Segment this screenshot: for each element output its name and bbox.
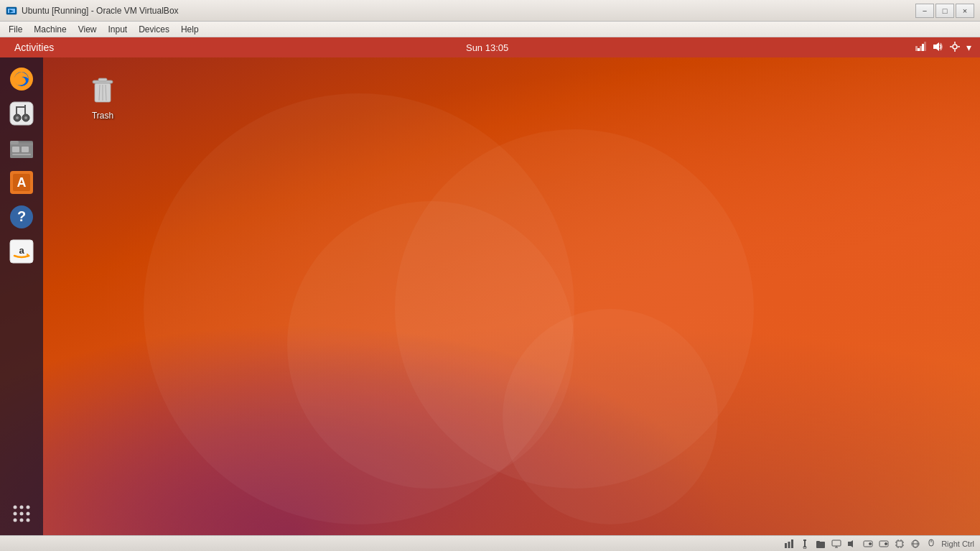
- svg-rect-4: [915, 46, 918, 51]
- svg-rect-7: [924, 42, 926, 51]
- menu-view[interactable]: View: [73, 23, 103, 36]
- svg-point-43: [14, 519, 17, 522]
- statusbar-network-icon[interactable]: [783, 538, 795, 550]
- svg-rect-47: [98, 78, 107, 81]
- svg-point-42: [27, 512, 30, 516]
- svg-rect-21: [16, 106, 17, 115]
- topbar-right: ▾: [915, 41, 971, 55]
- menu-help[interactable]: Help: [175, 23, 205, 36]
- vbox-icon: [6, 5, 17, 17]
- sidebar-app-files[interactable]: [6, 132, 37, 164]
- vm-content: Activities Sun 13:05: [0, 37, 980, 535]
- svg-point-67: [885, 542, 887, 545]
- network-icon[interactable]: [915, 41, 926, 55]
- statusbar-hdd2-icon[interactable]: [878, 538, 890, 550]
- trash-image: [85, 73, 120, 108]
- svg-rect-54: [791, 540, 793, 548]
- statusbar-mouse-icon[interactable]: [925, 538, 937, 550]
- trash-icon[interactable]: Trash: [83, 70, 123, 124]
- svg-point-44: [20, 519, 24, 522]
- system-icon[interactable]: [949, 41, 961, 55]
- svg-point-40: [14, 512, 17, 516]
- sidebar-app-rhythmbox[interactable]: [6, 98, 37, 129]
- menubar: File Machine View Input Devices Help: [0, 22, 980, 37]
- svg-point-65: [869, 542, 872, 545]
- statusbar-shared-folders-icon[interactable]: [815, 538, 826, 550]
- titlebar: Ubuntu [Running] - Oracle VM VirtualBox …: [0, 0, 980, 22]
- svg-marker-63: [848, 540, 853, 547]
- svg-rect-5: [920, 46, 922, 51]
- minimize-button[interactable]: −: [915, 4, 934, 18]
- desktop-icons-area: Trash: [43, 57, 980, 535]
- svg-text:a: a: [19, 245, 24, 256]
- svg-rect-52: [785, 543, 787, 548]
- svg-rect-68: [897, 541, 902, 547]
- svg-point-38: [20, 506, 24, 509]
- menu-file[interactable]: File: [3, 23, 28, 36]
- close-button[interactable]: ×: [956, 4, 974, 18]
- svg-rect-26: [10, 141, 19, 144]
- svg-rect-6: [922, 44, 924, 51]
- sidebar-app-help[interactable]: ?: [6, 201, 37, 233]
- svg-point-20: [24, 116, 27, 119]
- svg-text:?: ?: [17, 208, 26, 224]
- virtualbox-window: Ubuntu [Running] - Oracle VM VirtualBox …: [0, 0, 980, 551]
- statusbar-display-icon[interactable]: [831, 538, 842, 550]
- titlebar-left: Ubuntu [Running] - Oracle VM VirtualBox: [6, 5, 179, 17]
- svg-rect-23: [17, 106, 26, 108]
- trash-label: Trash: [92, 111, 113, 121]
- ubuntu-topbar: Activities Sun 13:05: [0, 37, 980, 57]
- svg-rect-59: [816, 541, 820, 543]
- svg-rect-3: [918, 48, 920, 51]
- svg-rect-29: [12, 154, 31, 155]
- sound-icon[interactable]: [932, 41, 943, 55]
- show-apps-button[interactable]: [6, 498, 37, 529]
- statusbar-hdd-icon[interactable]: [862, 538, 874, 550]
- topbar-menu-arrow[interactable]: ▾: [966, 42, 971, 53]
- statusbar-network2-icon[interactable]: [910, 538, 921, 550]
- statusbar-usb-icon[interactable]: [799, 538, 811, 550]
- svg-point-39: [27, 506, 30, 509]
- window-controls: − □ ×: [915, 4, 974, 18]
- svg-point-41: [20, 512, 24, 516]
- restore-button[interactable]: □: [935, 4, 954, 18]
- statusbar: Right Ctrl: [0, 535, 980, 551]
- menu-devices[interactable]: Devices: [133, 23, 175, 36]
- svg-point-37: [14, 506, 17, 509]
- svg-point-9: [953, 45, 957, 49]
- svg-text:A: A: [17, 175, 27, 190]
- activities-button[interactable]: Activities: [9, 39, 60, 56]
- ubuntu-desktop[interactable]: A ? a: [0, 57, 980, 535]
- menu-input[interactable]: Input: [103, 23, 134, 36]
- statusbar-cpu-icon[interactable]: [894, 538, 905, 550]
- window-title: Ubuntu [Running] - Oracle VM VirtualBox: [22, 6, 179, 16]
- sidebar-app-amazon[interactable]: a: [6, 236, 37, 267]
- sidebar-app-firefox[interactable]: [6, 63, 37, 95]
- svg-rect-60: [832, 540, 841, 546]
- svg-rect-16: [10, 102, 33, 125]
- ubuntu-sidebar: A ? a: [0, 57, 43, 535]
- svg-point-18: [16, 116, 19, 119]
- clock: Sun 13:05: [466, 42, 508, 53]
- svg-marker-8: [933, 42, 939, 51]
- right-ctrl-label: Right Ctrl: [941, 540, 974, 548]
- statusbar-sound-icon2[interactable]: [846, 538, 858, 550]
- svg-rect-28: [22, 147, 29, 152]
- sidebar-app-software[interactable]: A: [6, 167, 37, 198]
- svg-point-45: [27, 519, 30, 522]
- svg-rect-27: [12, 147, 19, 152]
- svg-rect-53: [788, 542, 790, 548]
- menu-machine[interactable]: Machine: [28, 23, 72, 36]
